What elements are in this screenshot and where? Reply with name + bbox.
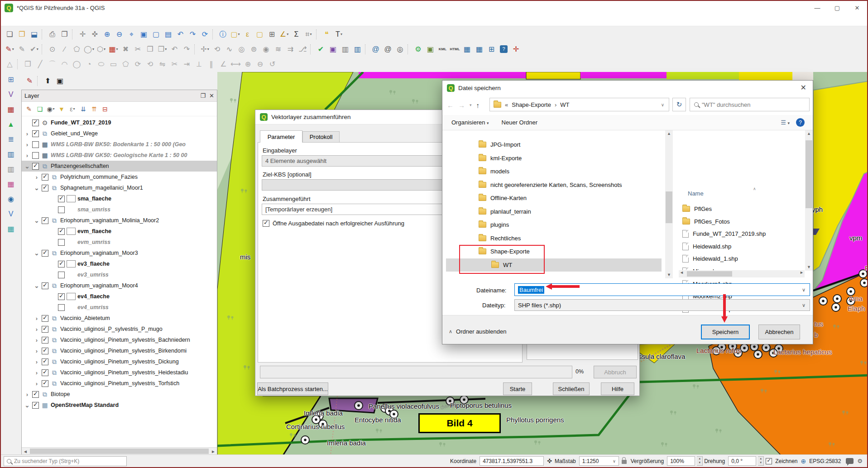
globe-crs-icon[interactable]: ⊕ xyxy=(801,458,806,465)
zoom-out-icon[interactable]: ⊖ xyxy=(113,29,125,40)
add-mesh-layer-icon[interactable]: ▲ xyxy=(4,119,18,130)
tab-protokoll[interactable]: Protokoll xyxy=(302,131,340,143)
breadcrumb-wt[interactable]: WT xyxy=(560,101,569,108)
layer-checkbox[interactable] xyxy=(58,261,65,267)
layer-gebiet-und-wege[interactable]: Gebiet_und_Wege xyxy=(22,128,217,139)
select-by-expression-icon[interactable]: ε xyxy=(241,29,254,40)
layer-evm-umriss[interactable]: evm_umriss xyxy=(22,237,217,248)
layer-checkbox[interactable] xyxy=(58,272,65,278)
layer-checkbox[interactable] xyxy=(42,337,48,344)
close-panel-icon[interactable]: ✕ xyxy=(209,92,214,99)
refresh-icon[interactable]: ↻ xyxy=(672,98,686,111)
layer-checkbox[interactable] xyxy=(42,380,48,387)
filter-expression-icon[interactable]: ε xyxy=(67,104,78,114)
osm-search-icon[interactable]: ◎ xyxy=(394,43,406,55)
add-circle-icon[interactable]: ◯ xyxy=(83,43,95,55)
layer-ev3-umriss[interactable]: ev3_umriss xyxy=(22,269,217,280)
undo-geometry-icon[interactable]: ↺ xyxy=(266,58,278,70)
open-output-checkbox[interactable] xyxy=(263,220,269,227)
remove-layer-icon[interactable]: ⊟ xyxy=(100,104,110,114)
field-calculator-icon[interactable]: ⌗ xyxy=(302,29,315,40)
layer-ev4-umriss[interactable]: ev4_umriss xyxy=(22,302,217,313)
recent-locations-icon[interactable]: ▾ xyxy=(470,103,472,107)
folder-jpg-import[interactable]: JPG-Import xyxy=(446,138,662,151)
file-heidewald-1[interactable]: Heidewald_1.shp xyxy=(682,253,794,265)
help-button[interactable]: Hilfe xyxy=(601,382,634,395)
files-hscrollbar[interactable]: ◄ ► xyxy=(679,270,805,277)
locator-search-input[interactable]: Zu suchender Typ (Strg+K) xyxy=(4,456,127,466)
add-postgis-icon[interactable]: ▥ xyxy=(4,148,18,160)
ellipse-tool-icon[interactable]: ⬭ xyxy=(95,58,107,70)
add-ring-icon[interactable]: ◎ xyxy=(235,43,248,55)
identify-features-icon[interactable]: ⓘ xyxy=(217,29,229,40)
layer-polytrichum[interactable]: Polytrichum_commune_Fazies xyxy=(22,172,217,182)
new-project-icon[interactable]: ❏ xyxy=(4,29,16,40)
rectangle-tool-icon[interactable]: ▭ xyxy=(107,58,120,70)
layer-checkbox[interactable] xyxy=(32,163,39,170)
expander-icon[interactable] xyxy=(24,152,30,159)
pan-to-selection-icon[interactable]: ✜ xyxy=(89,29,101,40)
map-pencil-icon[interactable]: ✎ xyxy=(24,75,36,87)
add-wms-icon[interactable]: ▦ xyxy=(4,178,18,190)
plugin-help-icon[interactable]: ? xyxy=(498,43,510,55)
save-button[interactable]: Speichern xyxy=(701,325,750,339)
expander-icon[interactable] xyxy=(24,141,30,148)
perpendicular-icon[interactable]: ⟂ xyxy=(193,58,205,70)
render-checkbox[interactable] xyxy=(766,458,772,464)
layer-vaccinio-torfstich[interactable]: Vaccinio_uliginosi_Pinetum_sylvestris_To… xyxy=(22,378,217,389)
rotate-ccw-icon[interactable]: ⟲ xyxy=(144,58,156,70)
search-input[interactable]: "WT" durchsuchen xyxy=(690,98,810,111)
curve-tool-icon[interactable]: ◠ xyxy=(58,58,71,70)
layer-vaccinio-abietetum[interactable]: Vaccinio_Abietetum xyxy=(22,313,217,324)
grid-tool3-icon[interactable]: ⊞ xyxy=(485,43,498,55)
layer-checkbox[interactable] xyxy=(32,152,39,159)
kml-export-icon[interactable]: KML xyxy=(436,43,449,55)
digitize-line-icon[interactable]: ∕ xyxy=(58,43,71,55)
filter-legend-icon[interactable]: ▼ xyxy=(56,104,67,114)
undo-icon[interactable]: ↶ xyxy=(168,43,181,55)
layer-osm-standard[interactable]: OpenStreetMap Standard xyxy=(22,400,217,411)
expander-icon[interactable] xyxy=(34,358,40,365)
open-attribute-table-icon[interactable]: ⊞ xyxy=(266,29,278,40)
expander-icon[interactable] xyxy=(34,369,40,376)
open-project-icon[interactable]: ❒ xyxy=(16,29,28,40)
reshape-icon[interactable]: ≋ xyxy=(272,43,284,55)
coordinate-input[interactable]: 473817.1,5397551.3 xyxy=(480,456,544,466)
up-icon[interactable]: ↑ xyxy=(476,101,480,109)
file-funde-wt[interactable]: Funde_WT_2017_2019.shp xyxy=(682,228,794,240)
rotation-spinner[interactable]: ▲▼ xyxy=(758,456,764,466)
enable-cad-icon[interactable]: △ xyxy=(4,58,16,70)
layer-checkbox[interactable] xyxy=(32,119,39,126)
arc-tool-icon[interactable]: ⌒ xyxy=(46,58,58,70)
extend-tool-icon[interactable]: ⇥ xyxy=(181,58,193,70)
zoom-full-icon[interactable]: ▣ xyxy=(138,29,150,40)
pan-map-icon[interactable]: ✛ xyxy=(77,29,89,40)
trim-tool-icon[interactable]: ✂ xyxy=(168,58,181,70)
cut-features-icon[interactable]: ✂ xyxy=(132,43,144,55)
folder-models[interactable]: models xyxy=(446,165,662,178)
expander-icon[interactable] xyxy=(34,315,40,322)
file-heidewald[interactable]: Heidewald.shp xyxy=(682,240,794,253)
plugin-purple-icon[interactable]: ▣ xyxy=(327,43,339,55)
deselect-all-icon[interactable]: ▢ xyxy=(254,29,266,40)
circle-2p-icon[interactable]: ◯ xyxy=(71,58,83,70)
lock-scale-icon[interactable] xyxy=(622,460,627,464)
layer-pflanzengesellschaften[interactable]: Pflanzengesellschaften xyxy=(22,161,217,172)
photo-import-icon[interactable]: ⬆ xyxy=(42,75,54,87)
html-export-icon[interactable]: HTML xyxy=(449,43,461,55)
layer-vaccinio-birkendomi[interactable]: Vaccinio_uliginosi_Pinetum_sylvestris_Bi… xyxy=(22,345,217,356)
float-panel-icon[interactable]: ❐ xyxy=(200,92,206,99)
expander-icon[interactable] xyxy=(24,163,30,170)
cancel-button[interactable]: Abbrechen xyxy=(758,325,800,339)
mouse-extent-icon[interactable]: ✜ xyxy=(547,458,552,464)
node-minus-icon[interactable]: ⊖ xyxy=(254,58,266,70)
layer-checkbox[interactable] xyxy=(58,196,65,202)
expander-icon[interactable] xyxy=(34,217,40,224)
layer-vaccinio-dickung[interactable]: Vaccinio_uliginosi_Pinetum_sylvestris_Di… xyxy=(22,356,217,367)
magnifier-input[interactable]: 100% xyxy=(667,456,695,466)
save-project-icon[interactable]: ⬓ xyxy=(28,29,40,40)
regular-polygon-icon[interactable]: ⬠ xyxy=(120,58,132,70)
manage-map-themes-icon[interactable]: ◉ xyxy=(45,104,56,114)
folder-nicht-georeferenzierte[interactable]: nicht georeferenzierte Karten, Scans, Sc… xyxy=(446,178,662,191)
paste-features-icon[interactable]: ❒ xyxy=(156,43,168,55)
